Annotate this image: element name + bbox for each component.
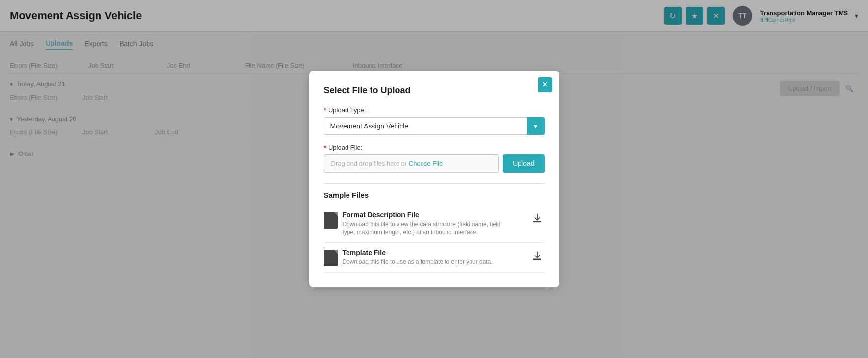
upload-button[interactable]: Upload (503, 154, 544, 173)
upload-type-field: * Upload Type: Movement Assign Vehicle ▾ (324, 106, 545, 135)
svg-rect-0 (533, 221, 541, 222)
modal-close-button[interactable]: ✕ (538, 77, 552, 92)
template-file-desc: Download this file to use as a template … (343, 258, 493, 266)
format-file-name: Format Description File (343, 211, 509, 219)
format-file-download-button[interactable] (530, 211, 545, 226)
modal-close-icon: ✕ (542, 80, 548, 89)
file-drop-area[interactable]: Drag and drop files here or Choose File (324, 154, 499, 173)
upload-file-field: * Upload File: Drag and drop files here … (324, 144, 545, 173)
sample-file-row-format: Format Description File Download this fi… (324, 205, 545, 243)
sample-file-row-template: Template File Download this file to use … (324, 243, 545, 273)
download-icon-format (532, 213, 543, 224)
sample-file-info-template: Template File Download this file to use … (343, 249, 493, 266)
file-icon-template (324, 250, 338, 266)
download-icon-template (532, 251, 543, 261)
svg-rect-1 (533, 259, 541, 260)
upload-file-label: * Upload File: (324, 144, 545, 152)
sample-file-left-format: Format Description File Download this fi… (324, 211, 509, 237)
sample-files-title: Sample Files (324, 191, 545, 199)
required-star-file: * (324, 144, 326, 152)
sample-file-left-template: Template File Download this file to use … (324, 249, 493, 266)
sample-files-section: Sample Files Format Description File Dow… (324, 183, 545, 273)
required-star-type: * (324, 106, 326, 114)
file-icon-format (324, 212, 338, 229)
choose-file-link[interactable]: Choose File (409, 160, 443, 167)
upload-type-label: * Upload Type: (324, 106, 545, 114)
template-file-download-button[interactable] (530, 249, 545, 263)
modal-overlay: ✕ Select File to Upload * Upload Type: M… (0, 0, 868, 358)
modal-title: Select File to Upload (324, 85, 545, 96)
template-file-name: Template File (343, 249, 493, 256)
sample-file-info-format: Format Description File Download this fi… (343, 211, 509, 237)
upload-modal: ✕ Select File to Upload * Upload Type: M… (309, 71, 559, 288)
upload-type-select-wrapper: Movement Assign Vehicle ▾ (324, 117, 545, 135)
upload-type-select[interactable]: Movement Assign Vehicle (324, 117, 545, 135)
format-file-desc: Download this file to view the data stru… (343, 220, 509, 237)
file-upload-row: Drag and drop files here or Choose File … (324, 154, 545, 173)
drag-drop-text: Drag and drop files here or (331, 160, 407, 167)
